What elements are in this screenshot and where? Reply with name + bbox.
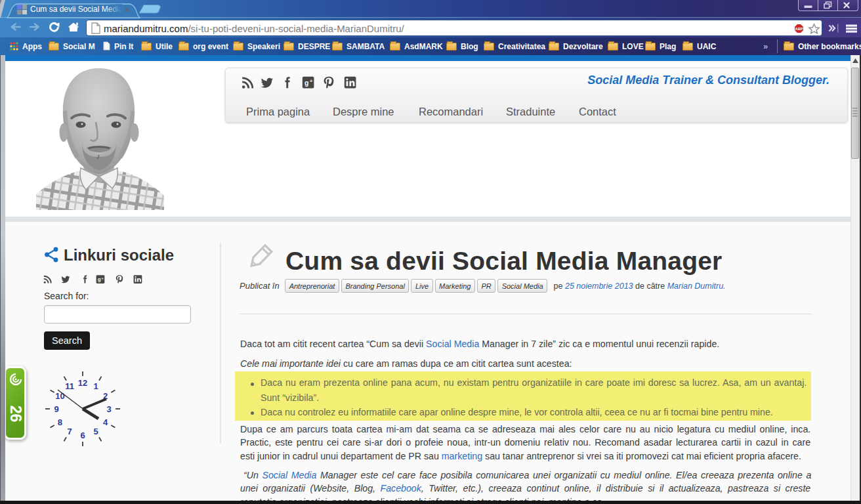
svg-text:3: 3: [106, 404, 111, 414]
svg-text:5: 5: [93, 427, 98, 436]
svg-text:ABP: ABP: [795, 27, 803, 31]
svg-text:12: 12: [78, 378, 87, 388]
svg-text:6: 6: [80, 430, 85, 440]
svg-text:11: 11: [65, 381, 74, 391]
svg-text:8: 8: [58, 417, 62, 427]
svg-text:7: 7: [67, 427, 72, 436]
svg-text:1: 1: [93, 381, 98, 391]
svg-text:10: 10: [55, 391, 64, 401]
svg-text:9: 9: [54, 404, 58, 414]
svg-text:4: 4: [103, 417, 108, 427]
